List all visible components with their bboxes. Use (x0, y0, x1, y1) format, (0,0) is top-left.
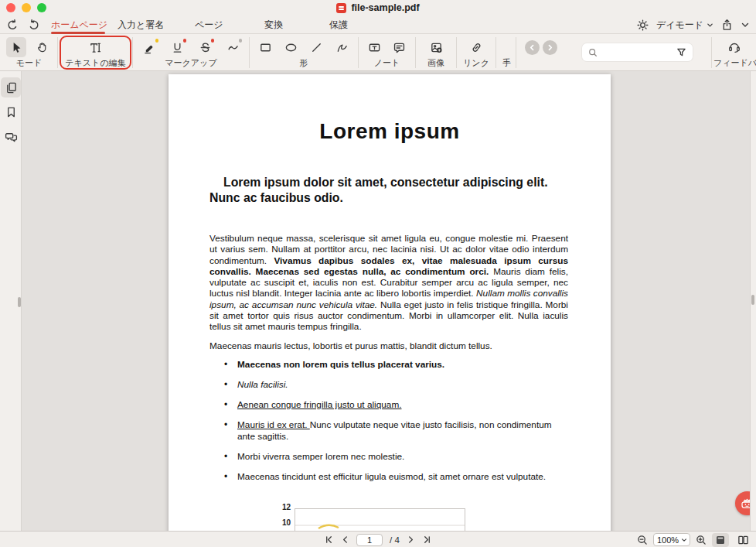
doc-heading-2: Lorem ipsum dolor sit amet, consectetur … (209, 175, 568, 206)
link-section-label: リンク (457, 57, 495, 69)
right-panel-resize-handle[interactable] (751, 295, 754, 305)
toolbar-section-notes: ノート (359, 34, 415, 71)
bookmarks-panel-button[interactable] (1, 102, 21, 122)
select-mode-button[interactable] (6, 37, 26, 57)
toolbar-section-text-edit: テキストの編集 (60, 34, 131, 71)
pen-draw-icon (335, 41, 349, 54)
ellipse-icon (284, 41, 298, 54)
pdf-page[interactable]: Lorem ipsum Lorem ipsum dolor sit amet, … (169, 74, 611, 531)
redo-icon (28, 19, 40, 31)
collapse-ribbon-button[interactable] (741, 20, 750, 29)
tab-pages[interactable]: ページ (195, 15, 223, 34)
doc-paragraph-1: Vestibulum neque massa, scelerisque sit … (209, 233, 568, 333)
list-item: Mauris id ex erat. Nunc vulputate neque … (209, 419, 568, 442)
search-prev-button[interactable] (525, 40, 540, 55)
highlight-button[interactable] (139, 37, 159, 57)
chevron-down-icon (681, 537, 687, 543)
toolbar-section-image: 画像 (416, 34, 456, 71)
last-page-button[interactable] (422, 535, 432, 545)
text-edit-icon (89, 41, 102, 54)
doc-chart (295, 508, 465, 531)
tab-fill-sign[interactable]: 入力と署名 (117, 15, 164, 34)
next-page-button[interactable] (407, 535, 415, 545)
previous-page-button[interactable] (341, 535, 349, 545)
add-image-button[interactable] (426, 37, 446, 57)
squiggly-color-dot (239, 39, 243, 43)
link-icon (470, 41, 483, 54)
toolbar-section-feedback: フィードバ (713, 34, 756, 71)
ai-assistant-button[interactable] (735, 491, 750, 515)
single-page-view-button[interactable] (712, 533, 729, 547)
list-item: Aenean congue fringilla justo ut aliquam… (209, 399, 568, 411)
mode-section-label: モード (2, 57, 56, 69)
underline-color-dot (183, 39, 187, 43)
day-mode-label: デイモード (656, 19, 703, 32)
share-button[interactable] (721, 19, 733, 31)
thumbnails-panel-button[interactable] (1, 77, 21, 97)
two-page-view-button[interactable] (734, 533, 751, 547)
page-thumbnails-icon (5, 81, 18, 94)
window-titlebar: file-sample.pdf (0, 0, 756, 15)
single-page-icon (715, 535, 726, 545)
tab-protect[interactable]: 保護 (329, 15, 348, 34)
text-edit-button[interactable] (86, 37, 106, 57)
ribbon-tab-bar: ホームページ 入力と署名 ページ 変換 保護 デイモード (0, 15, 756, 34)
search-nav-group (523, 34, 560, 71)
line-shape-button[interactable] (307, 37, 327, 57)
notes-section-label: ノート (359, 57, 415, 69)
underline-button[interactable] (167, 37, 187, 57)
day-mode-icon (637, 19, 649, 31)
list-item: Maecenas non lorem quis tellus placerat … (209, 359, 568, 371)
page-total-label: / 4 (390, 535, 400, 545)
rectangle-shape-button[interactable] (256, 37, 276, 57)
feedback-button[interactable] (724, 37, 744, 57)
strikethrough-icon (199, 41, 212, 54)
redo-button[interactable] (26, 17, 42, 32)
main-area: Lorem ipsum Lorem ipsum dolor sit amet, … (0, 71, 756, 531)
highlight-color-dot (155, 39, 159, 43)
zoom-in-button[interactable] (696, 535, 707, 545)
toolbar-section-shapes: 形 (250, 34, 358, 71)
search-next-button[interactable] (543, 40, 557, 55)
toolbar-section-markup: マークアップ (133, 34, 249, 71)
first-page-button[interactable] (324, 535, 334, 545)
freehand-draw-button[interactable] (332, 37, 352, 57)
undo-button[interactable] (5, 17, 20, 32)
clipped-section-label: 手 (502, 57, 513, 69)
chevron-left-icon (529, 44, 536, 51)
zoom-level-value: 100% (657, 535, 679, 545)
strikethrough-button[interactable] (195, 37, 215, 57)
text-box-button[interactable] (365, 37, 385, 57)
add-link-button[interactable] (466, 37, 486, 57)
ellipse-shape-button[interactable] (281, 37, 301, 57)
list-item: Nulla facilisi. (209, 379, 568, 391)
page-number-input[interactable]: 1 (356, 534, 383, 546)
sidebar-resize-handle[interactable] (18, 297, 21, 307)
two-page-icon (737, 535, 749, 545)
squiggle-pen-icon (226, 41, 240, 54)
filter-funnel-icon[interactable] (676, 47, 686, 57)
comment-note-button[interactable] (390, 37, 410, 57)
zoom-out-button[interactable] (637, 535, 648, 545)
chart-ytick-12: 12 (277, 503, 291, 511)
pdf-file-icon (336, 3, 346, 13)
document-viewport[interactable]: Lorem ipsum Lorem ipsum dolor sit amet, … (22, 71, 750, 531)
hand-mode-button[interactable] (32, 37, 53, 57)
tab-convert[interactable]: 変換 (264, 15, 283, 34)
search-input[interactable] (582, 43, 693, 61)
status-bar: 1 / 4 100% (0, 531, 756, 547)
comments-panel-button[interactable] (1, 127, 21, 147)
squiggly-button[interactable] (223, 37, 243, 57)
bookmark-icon (5, 106, 17, 118)
underline-icon (171, 41, 184, 54)
feedback-section-label: フィードバ (713, 57, 756, 69)
shapes-section-label: 形 (250, 57, 358, 69)
doc-heading-1: Lorem ipsum (169, 119, 611, 144)
strikethrough-color-dot (211, 39, 215, 43)
cursor-arrow-icon (9, 41, 22, 54)
day-mode-selector[interactable]: デイモード (656, 19, 713, 32)
list-item: Maecenas tincidunt est efficitur ligula … (209, 471, 568, 483)
main-toolbar: モード テキストの編集 (0, 34, 756, 71)
hand-icon (36, 41, 49, 54)
zoom-level-dropdown[interactable]: 100% (653, 533, 690, 546)
